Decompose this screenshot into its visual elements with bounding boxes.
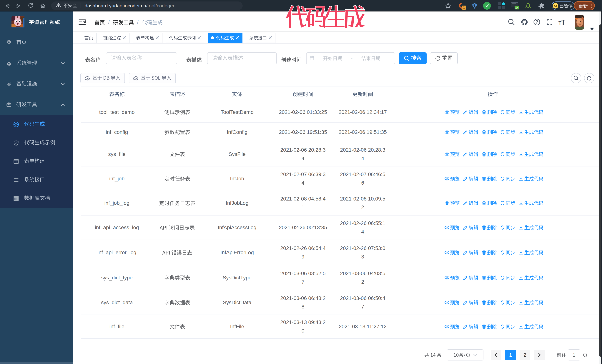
svg-text:T: T (561, 19, 565, 26)
